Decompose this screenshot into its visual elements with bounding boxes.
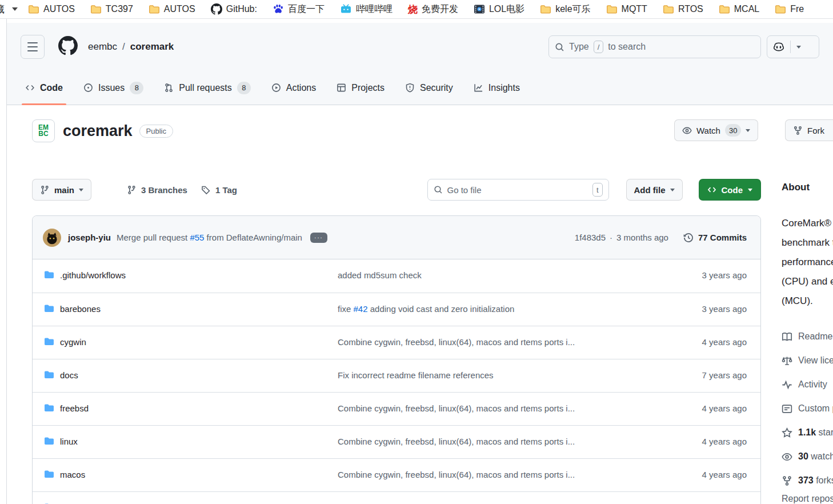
- bookmark-item[interactable]: AUTOS: [28, 4, 75, 14]
- bookmark-label: Fre: [790, 4, 804, 14]
- commit-time: 3 months ago: [616, 233, 668, 242]
- commit-message-link[interactable]: Combine cygwin, freebsd, linux(64), maco…: [338, 403, 652, 413]
- tab-issues[interactable]: Issues 8: [77, 71, 150, 105]
- bookmark-label: 哔哩哔哩: [356, 3, 393, 15]
- commit-message-link[interactable]: Combine cygwin, freebsd, linux(64), maco…: [338, 470, 652, 479]
- commit-history-link[interactable]: 77 Commits: [683, 233, 747, 243]
- fire-icon: 烧: [408, 3, 418, 16]
- sidebar-link[interactable]: Readme: [782, 325, 833, 349]
- chevron-down-icon[interactable]: [12, 7, 18, 11]
- issue-link[interactable]: #42: [354, 304, 368, 314]
- file-name-link[interactable]: .github/workflows: [60, 270, 126, 280]
- bookmark-item[interactable]: MQTT: [606, 4, 647, 14]
- sidebar-link[interactable]: 1.1k stars: [782, 421, 833, 445]
- breadcrumb: eembc / coremark: [88, 41, 174, 53]
- search-icon: [434, 185, 443, 194]
- pr-link[interactable]: #55: [190, 233, 204, 242]
- branch-selector-button[interactable]: main: [32, 179, 91, 201]
- sidebar-link[interactable]: 30 watching: [782, 445, 833, 469]
- commit-date[interactable]: 4 years ago: [702, 437, 747, 446]
- chevron-down-icon: [79, 189, 83, 191]
- bookmark-item[interactable]: 烧免费开发: [408, 3, 458, 16]
- sidebar-link[interactable]: Custom properties: [782, 397, 833, 421]
- github-logo-icon[interactable]: [58, 36, 78, 58]
- report-repository-link[interactable]: Report repository: [782, 494, 833, 504]
- add-file-button[interactable]: Add file: [626, 179, 683, 201]
- tab-projects[interactable]: Projects: [330, 71, 391, 105]
- file-name-link[interactable]: freebsd: [60, 403, 89, 413]
- commit-message-link[interactable]: Combine cygwin, freebsd, linux(64), maco…: [338, 437, 652, 446]
- visibility-badge: Public: [139, 125, 173, 138]
- bookmark-item[interactable]: LOL电影: [474, 3, 524, 15]
- file-name-link[interactable]: macos: [60, 470, 85, 479]
- book-icon: [782, 331, 792, 342]
- bookmark-item[interactable]: 百度一下: [273, 3, 325, 15]
- commit-date[interactable]: 3 years ago: [702, 270, 747, 280]
- tab-pull-requests[interactable]: Pull requests 8: [157, 71, 258, 105]
- commit-author[interactable]: joseph-yiu: [68, 233, 111, 242]
- avatar[interactable]: [43, 229, 61, 247]
- repo-nav: Code Issues 8 Pull requests 8 Actions Pr…: [7, 71, 833, 105]
- tab-security[interactable]: Security: [398, 71, 460, 105]
- latest-commit-bar: joseph-yiu Merge pull request #55 from D…: [33, 216, 760, 259]
- tab-insights[interactable]: Insights: [467, 71, 527, 105]
- breadcrumb-owner[interactable]: eembc: [88, 41, 117, 53]
- graph-icon: [474, 83, 483, 93]
- commit-date[interactable]: 4 years ago: [702, 337, 747, 347]
- commit-date[interactable]: 4 years ago: [702, 470, 747, 479]
- org-avatar[interactable]: EMBC: [32, 119, 55, 142]
- commit-message-link[interactable]: Combine cygwin, freebsd, linux(64), maco…: [338, 337, 652, 347]
- search-placeholder-prefix: Type: [569, 42, 589, 52]
- bookmark-item[interactable]: TC397: [90, 4, 133, 14]
- code-icon: [707, 185, 716, 194]
- tab-actions[interactable]: Actions: [265, 71, 323, 105]
- bookmarks-overflow-label[interactable]: 藏: [0, 3, 11, 16]
- t-key-hint: t: [592, 183, 603, 197]
- bookmark-item[interactable]: AUTOS: [149, 4, 195, 14]
- tag-icon: [201, 185, 211, 195]
- sidebar-link[interactable]: Activity: [782, 373, 833, 397]
- table-row: freebsdCombine cygwin, freebsd, linux(64…: [33, 392, 760, 425]
- commit-message-link[interactable]: Fix incorrect readme filename references: [338, 370, 652, 380]
- breadcrumb-repo[interactable]: coremark: [130, 41, 174, 53]
- commit-ellipsis-button[interactable]: ...: [310, 233, 327, 243]
- bookmark-label: kele可乐: [555, 3, 590, 15]
- file-name-link[interactable]: docs: [60, 370, 78, 380]
- code-icon: [25, 83, 35, 93]
- github-page: eembc / coremark Type / to search Code: [6, 19, 833, 504]
- baidu-icon: [273, 3, 284, 15]
- bookmark-item[interactable]: 哔哩哔哩: [340, 3, 393, 15]
- bilibili-icon: [340, 3, 352, 15]
- file-name-link[interactable]: linux: [60, 437, 78, 446]
- sidebar-link[interactable]: View license: [782, 349, 833, 373]
- commit-message[interactable]: Merge pull request #55 from DeflateAwnin…: [117, 233, 302, 242]
- commit-sha[interactable]: 1f483d5: [575, 233, 606, 242]
- sidebar-link[interactable]: 373 forks: [782, 469, 833, 493]
- commit-message-link[interactable]: fixe #42 adding void cast and zero initi…: [338, 304, 652, 314]
- star-icon: [782, 427, 792, 438]
- file-name-link[interactable]: cygwin: [60, 337, 86, 347]
- tab-code[interactable]: Code: [18, 71, 70, 105]
- commit-date[interactable]: 4 years ago: [702, 403, 747, 413]
- go-to-file-input[interactable]: Go to file t: [427, 179, 609, 201]
- code-button[interactable]: Code: [699, 179, 762, 201]
- watch-button[interactable]: Watch 30: [674, 119, 758, 141]
- branches-link[interactable]: 3 Branches: [127, 185, 187, 195]
- folder-icon: [90, 5, 102, 14]
- tags-link[interactable]: 1 Tag: [201, 185, 237, 195]
- bookmark-item[interactable]: GitHub:: [211, 3, 257, 15]
- commit-date[interactable]: 7 years ago: [702, 370, 747, 380]
- bookmark-item[interactable]: kele可乐: [540, 3, 590, 15]
- file-name-link[interactable]: barebones: [60, 304, 101, 314]
- bookmark-item[interactable]: Fre: [775, 4, 804, 14]
- hamburger-menu-button[interactable]: [21, 35, 45, 59]
- table-row: posixMerge pull request #27 from ...4 ye…: [33, 491, 760, 504]
- search-input[interactable]: Type / to search: [548, 35, 761, 58]
- page-title[interactable]: coremark: [63, 122, 133, 140]
- bookmark-item[interactable]: RTOS: [663, 4, 703, 14]
- commit-message-link[interactable]: added md5sum check: [338, 270, 652, 280]
- bookmark-item[interactable]: MCAL: [719, 4, 759, 14]
- copilot-button[interactable]: [767, 35, 819, 58]
- commit-date[interactable]: 3 years ago: [702, 304, 747, 314]
- fork-button[interactable]: Fork: [785, 119, 833, 141]
